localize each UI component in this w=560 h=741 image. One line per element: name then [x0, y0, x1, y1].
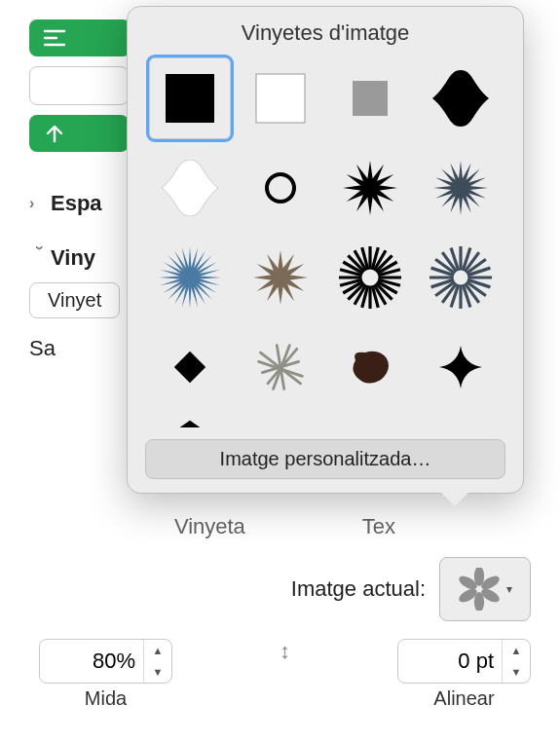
bullet-option-slate-starburst[interactable]	[420, 147, 502, 229]
svg-point-19	[361, 269, 378, 285]
bullet-option-black-sparkle[interactable]	[420, 326, 502, 408]
bullet-option-black-diamond-small[interactable]	[149, 416, 231, 427]
text-column-label: Tex	[362, 514, 395, 539]
current-image-well[interactable]: ▾	[439, 557, 531, 621]
bullet-option-white-square[interactable]	[240, 57, 321, 139]
bullet-column-label: Vinyeta	[174, 514, 245, 539]
chevron-down-icon: ›	[31, 245, 49, 267]
size-stepper[interactable]: ▲ ▼	[39, 639, 172, 684]
bullet-option-black-starburst-solid[interactable]	[329, 147, 411, 229]
bullet-option-gray-scribble[interactable]	[240, 326, 321, 408]
bullet-type-value: Vinyet	[48, 289, 101, 311]
spacing-section-label: Espa	[51, 191, 102, 216]
bullet-option-black-stripe-starburst[interactable]	[329, 237, 411, 318]
vertical-align-icon: ↕	[278, 639, 292, 664]
popover-title: Vinyetes d'imatge	[128, 7, 523, 52]
align-input[interactable]	[398, 648, 502, 674]
bullet-option-navy-stripe-starburst[interactable]	[420, 237, 502, 318]
bullet-option-black-square[interactable]	[149, 57, 231, 139]
bullet-option-black-quatrefoil[interactable]	[420, 57, 502, 139]
align-lines-icon	[43, 28, 66, 48]
bullet-option-blue-starburst[interactable]	[149, 237, 231, 318]
image-bullets-popover: Vinyetes d'imatge	[127, 6, 524, 494]
align-label: Alinear	[433, 687, 494, 710]
bullet-option-white-quatrefoil[interactable]	[149, 147, 231, 229]
svg-rect-3	[166, 74, 214, 123]
svg-rect-5	[353, 81, 388, 116]
svg-point-6	[267, 174, 294, 202]
bullet-option-brown-starburst[interactable]	[240, 237, 321, 318]
size-step-up[interactable]: ▲	[144, 640, 171, 661]
size-input[interactable]	[40, 648, 143, 674]
move-up-button[interactable]	[29, 115, 129, 152]
align-step-down[interactable]: ▼	[503, 661, 530, 683]
custom-image-button-label: Imatge personalitzada…	[220, 448, 431, 469]
align-stepper[interactable]: ▲ ▼	[397, 639, 531, 684]
bullet-type-select[interactable]: Vinyet	[29, 282, 120, 318]
arrow-up-icon	[45, 124, 64, 143]
bullet-option-black-diamond[interactable]	[149, 326, 231, 408]
current-image-label: Imatge actual:	[291, 576, 426, 602]
svg-point-30	[453, 271, 467, 285]
svg-rect-4	[256, 74, 305, 123]
bullet-option-circle-outline[interactable]	[240, 147, 321, 229]
chevron-right-icon: ›	[29, 195, 51, 212]
align-step-up[interactable]: ▲	[503, 640, 530, 661]
size-step-down[interactable]: ▼	[144, 661, 171, 683]
bullet-option-gray-square-small[interactable]	[329, 57, 411, 139]
flower-bullet-icon	[458, 568, 501, 611]
size-label: Mida	[85, 687, 127, 710]
align-left-button[interactable]	[29, 19, 131, 56]
bullet-option-brown-blob[interactable]	[329, 326, 411, 408]
custom-image-button[interactable]: Imatge personalitzada…	[145, 439, 505, 479]
chevron-down-icon: ▾	[506, 582, 512, 596]
bullet-image-grid	[128, 52, 523, 427]
secondary-button[interactable]	[29, 66, 129, 105]
bullets-section-label: Viny	[51, 245, 95, 271]
